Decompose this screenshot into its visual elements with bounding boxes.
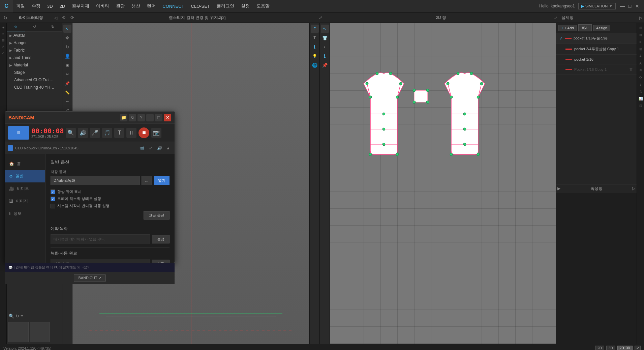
tree-item-advanced[interactable]: Advanced CLO Training E...	[7, 76, 62, 84]
tb-icon1[interactable]: ⟲	[60, 14, 67, 22]
bdc-audio-icon[interactable]: 🔊	[78, 128, 88, 138]
menu-item-fabric[interactable]: 원단	[113, 0, 128, 12]
stitch-item-0[interactable]: ✓ pocket 1/16두줄삼봉	[556, 33, 637, 44]
2d-tool-info[interactable]: ℹ	[321, 52, 329, 60]
bdc-effects-icon[interactable]: 🎵	[102, 128, 112, 138]
menu-item-file[interactable]: 파일	[13, 0, 28, 12]
stitch-item-3[interactable]: Pocket 1/16 Copy 1 🗑	[556, 64, 637, 75]
attr-panel-collapse[interactable]: ▷	[632, 186, 635, 191]
view-light[interactable]: 💡	[311, 52, 319, 60]
status-2d-btn[interactable]: 2D	[595, 346, 604, 350]
sim-dropdown[interactable]: ▼	[609, 4, 613, 8]
delete-icon-3[interactable]: 🗑	[629, 67, 633, 72]
checkbox-1[interactable]: ✓	[51, 189, 55, 194]
tree-tab-more[interactable]: ↻	[43, 23, 62, 31]
checkbox-autostart[interactable]: 시스템 시작시 반디캠 자동 실행	[51, 203, 170, 208]
ris-icon-8[interactable]: ⟳	[638, 74, 644, 80]
ris-icon-11[interactable]: 📊	[638, 95, 644, 101]
right-panel-collapse[interactable]: ▷	[639, 16, 642, 20]
close-button[interactable]: ✕	[634, 3, 641, 9]
checkbox-3[interactable]	[51, 204, 55, 208]
status-expand-btn[interactable]: ⤢	[635, 346, 641, 350]
maximize-button[interactable]: □	[626, 3, 633, 9]
tree-tab-search[interactable]: ↺	[25, 23, 44, 31]
minimize-button[interactable]: —	[619, 3, 626, 9]
storage-path-input[interactable]	[51, 176, 140, 185]
tool-transform[interactable]: ✥	[63, 34, 71, 42]
panel-refresh-icon[interactable]: ↻	[16, 314, 19, 319]
menu-item-settings[interactable]: 설정	[238, 0, 253, 12]
als-icon-5[interactable]: A	[1, 50, 6, 56]
bdc-maximize-btn[interactable]: □	[155, 114, 162, 121]
view-info[interactable]: ℹ	[311, 43, 319, 51]
auto-settings-btn[interactable]: 설정	[152, 260, 170, 263]
menu-item-production[interactable]: 생산	[128, 0, 144, 12]
bdc-expand-icon[interactable]: ⤢	[147, 144, 154, 152]
menu-item-3d[interactable]: 3D	[44, 0, 56, 12]
bdc-nav-video[interactable]: 🎥 비디오	[5, 182, 45, 195]
rp-copy-button[interactable]: 복사	[578, 24, 592, 31]
tool-avatar[interactable]: 👤	[63, 52, 71, 60]
tool-sewing[interactable]: ✂	[63, 70, 71, 78]
tb-icon2[interactable]: ⟳	[68, 14, 76, 22]
ris-icon-12[interactable]: ⊡	[638, 103, 644, 109]
ris-icon-7[interactable]: ≋	[638, 67, 644, 73]
simulation-button[interactable]: ▶ SIMULATION ▼	[578, 3, 616, 9]
tree-item-avatar[interactable]: ▶ Avatar	[7, 32, 62, 39]
bdc-minimize-btn[interactable]: —	[146, 114, 154, 121]
view-top[interactable]: T	[311, 34, 319, 42]
storage-browse-btn[interactable]: ...	[142, 176, 152, 185]
view-globe[interactable]: 🌐	[311, 61, 319, 69]
ris-icon-6[interactable]: A	[638, 60, 644, 66]
menu-item-2d[interactable]: 2D	[56, 0, 69, 12]
rp-assign-button[interactable]: Assign	[593, 25, 610, 31]
tree-item-stage[interactable]: Stage	[7, 69, 62, 76]
tree-item-hanger[interactable]: ▶ Hanger	[7, 39, 62, 47]
bdc-refresh-icon[interactable]: ↻	[129, 114, 136, 121]
ris-icon-9[interactable]: ↕	[638, 81, 644, 87]
2d-expand-icon[interactable]: ⤢	[554, 16, 557, 20]
bdc-nav-info[interactable]: ℹ 정보	[5, 207, 45, 220]
bdc-screenshot-icon[interactable]: 📷	[151, 128, 161, 138]
stitch-item-2[interactable]: pocket 1/16	[556, 55, 637, 64]
2d-tool-point[interactable]: •	[321, 43, 329, 51]
status-3d-btn[interactable]: 3D	[606, 346, 615, 350]
checkbox-always-top[interactable]: ✓ 항상 위에 표시	[51, 189, 170, 194]
tree-item-hardware-trims[interactable]: ▶ and Trims	[7, 54, 62, 61]
als-icon-2[interactable]: ≡	[1, 31, 6, 36]
bdc-mic-icon[interactable]: 🎤	[90, 128, 100, 138]
2d-tool-pin[interactable]: 📌	[321, 61, 329, 69]
menu-item-connect[interactable]: CONNECT	[159, 0, 187, 12]
tool-fabric[interactable]: ▣	[63, 61, 71, 69]
bdc-folder-icon[interactable]: 📁	[120, 114, 127, 121]
menu-item-closet[interactable]: CLO-SET	[188, 0, 213, 12]
tree-tab-library[interactable]: ☆	[7, 23, 25, 31]
tree-item-fabric[interactable]: ▶ Fabric	[7, 47, 62, 54]
panel-search-icon[interactable]: 🔍	[9, 314, 14, 319]
stitch-item-1[interactable]: pocket 3/4두줄삼봉 Copy 1	[556, 44, 637, 55]
ris-icon-4[interactable]: ⊞	[638, 46, 644, 52]
menu-item-material[interactable]: 원부자재	[68, 0, 93, 12]
bdc-text-icon[interactable]: T	[114, 128, 124, 138]
view-front[interactable]: F	[311, 25, 319, 33]
menu-item-avatar[interactable]: 아바타	[93, 0, 113, 12]
als-icon-3[interactable]: ▤	[1, 37, 6, 43]
refresh-icon[interactable]: ↻	[3, 15, 7, 21]
bdc-cam-icon[interactable]: 📹	[138, 144, 146, 152]
menu-item-help[interactable]: 도움말	[253, 0, 273, 12]
menu-item-render[interactable]: 렌더	[144, 0, 159, 12]
tool-select[interactable]: ↖	[63, 25, 71, 33]
panel-menu-icon[interactable]: ≡	[21, 314, 23, 319]
bdc-speaker-icon[interactable]: 🔊	[156, 144, 163, 152]
bdc-nav-general[interactable]: ⚙ 일반	[5, 170, 45, 182]
garment-left-front[interactable]	[364, 72, 404, 156]
storage-open-btn[interactable]: 열기	[154, 176, 170, 185]
ris-icon-1[interactable]: ⊞	[638, 25, 644, 31]
menu-item-edit[interactable]: 수정	[28, 0, 44, 12]
tool-measure[interactable]: 📏	[63, 88, 71, 96]
collapse-icon[interactable]: ◁	[54, 16, 57, 20]
bdc-mode-btn[interactable]: 🖥	[8, 126, 29, 140]
tool-annotation[interactable]: ✏	[63, 97, 71, 106]
tool-rotate[interactable]: ↻	[63, 43, 71, 51]
ris-icon-2[interactable]: ⊠	[638, 32, 644, 38]
